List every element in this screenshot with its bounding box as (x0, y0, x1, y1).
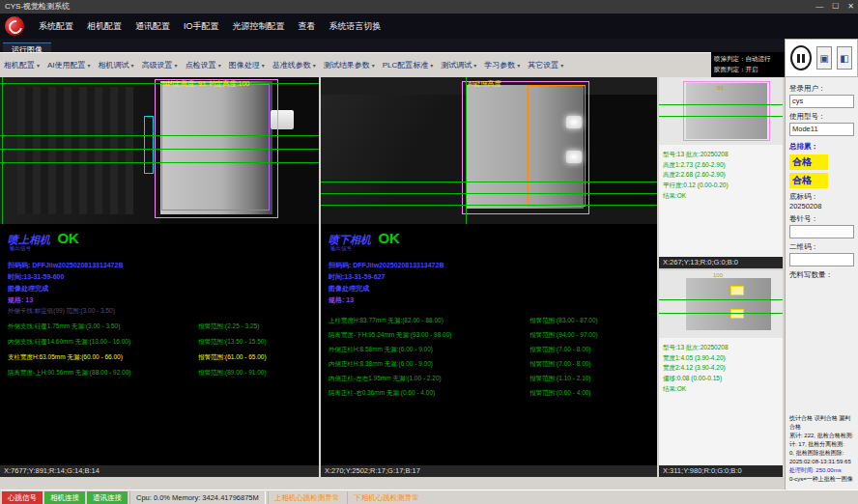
menubar: 系统配置 相机配置 通讯配置 IO手配置 光源控制配置 查看 系统语言切换 (0, 14, 858, 39)
toolbar-test-debug[interactable]: 测试调试▾ (437, 60, 480, 70)
shell-count-label: 壳料写数量： (789, 270, 854, 280)
user-value: cys (789, 95, 854, 108)
measurement-rows: 上柱宽度H:83.77mm 无漏:(82.00 - 88.00) 报警范围:(8… (329, 317, 653, 398)
qrcode-value[interactable] (789, 253, 854, 266)
menu-camera-config[interactable]: 相机配置 (80, 20, 129, 33)
batch-code-value: 20250208 (789, 202, 854, 210)
tab-bar: 运行图像 (0, 39, 785, 52)
camera-connection-status: 相机连接 (44, 491, 85, 504)
measurement-row: 隔离宽度-下H:95.24mm 无漏:(93.00 - 98.00) 报警范围:… (329, 331, 653, 340)
measure-line-green (0, 149, 319, 150)
menu-view[interactable]: 查看 (292, 20, 323, 33)
app-logo-icon (5, 16, 24, 36)
stats-header: 统计合格 误判合格 漏判合格 (789, 414, 855, 432)
toolbar-advanced-settings[interactable]: 高级设置▾ (138, 60, 182, 70)
camera-name: 喷上相机 (8, 234, 50, 245)
spec-text: 规格: 13 (8, 295, 33, 305)
result-badge: 合格 (789, 173, 828, 188)
measurement-row: 外侧正柱H:8.58mm 无漏:(6.00 - 9.00) 报警范围:(7.00… (329, 346, 653, 354)
comm-connection-status: 通讯连接 (87, 491, 128, 504)
process-status: 图像处理完成 (8, 284, 48, 294)
measurement-rows: 外侧支线:硅覆1.75mm 无漏:(3.00 - 3.50) 报警范围:(2.2… (8, 322, 315, 378)
measure-line-green (659, 313, 783, 314)
close-button[interactable]: ✕ (847, 0, 854, 14)
menu-light-config[interactable]: 光源控制配置 (226, 20, 292, 33)
judge-strip: 喷涂判定：自动运行 胶面判定：开启 (711, 52, 785, 77)
measure-line-green (0, 135, 319, 136)
chevron-down-icon: ▾ (473, 62, 476, 69)
preview-panel-bottom[interactable]: 100 型号:13 批次:20250208 宽度1:4.05 (3.90-4.2… (659, 270, 783, 465)
result-note: 输出信号 (330, 245, 352, 252)
menu-system-config[interactable]: 系统配置 (32, 20, 80, 33)
gear-icon: ◧ (840, 53, 848, 64)
maximize-button[interactable]: ☐ (832, 0, 839, 14)
measurement-row: 隔离正柱-右0.36mm 无漏:(0.60 - 4.00) 报警范围:(0.60… (329, 389, 653, 398)
camera-name: 喷下相机 (329, 234, 371, 245)
preview-text: 型号:13 批次:20250208 高度1:2.73 (2.60-2.90) 高… (663, 150, 729, 202)
pixel-coords-preview-bottom: X:311;Y:980;R:0;G:0;B:0 (659, 465, 783, 477)
preview-image-bottom: 100 (659, 270, 783, 338)
toolbar-other-settings[interactable]: 其它设置▾ (524, 60, 567, 70)
measurement-row: 内侧正柱-左右1.95mm 无漏:(1.00 - 2.20) 报警范围:(1.1… (329, 375, 653, 383)
preview-panel-top[interactable]: 93 型号:13 批次:20250208 高度1:2.73 (2.60-2.90… (659, 77, 783, 257)
needle-label: 卷针号： (789, 214, 854, 224)
result-badge: 合格 (789, 154, 828, 170)
overlay-rect-violet (161, 84, 270, 210)
toolbar-plc-config[interactable]: PLC配置标准▾ (379, 60, 438, 70)
chevron-down-icon: ▾ (430, 62, 433, 69)
overlay-rect-pink (683, 81, 770, 141)
info-sidebar: 登录用户： cys 使用型号： Mode11 总排累： 合格 合格 底标码： 2… (785, 77, 858, 490)
machine-detail (17, 87, 133, 214)
snapshot-icon: ▣ (819, 53, 828, 64)
pixel-coords-lower: X:270;Y:2502;R:17;G:17;B:17 (321, 465, 657, 477)
menu-comm-config[interactable]: 通讯配置 (129, 20, 177, 33)
menu-io-config[interactable]: IO手配置 (177, 20, 226, 33)
measurement-row: 上柱宽度H:83.77mm 无漏:(82.00 - 88.00) 报警范围:(8… (329, 317, 653, 325)
toolbar-ai-config[interactable]: AI使用配置▾ (43, 60, 95, 70)
measure-line-green-vertical (466, 77, 467, 224)
batch-code-label: 底标码： (789, 192, 854, 202)
snapshot-button[interactable]: ▣ (816, 46, 832, 70)
chevron-down-icon: ▾ (313, 62, 316, 69)
measurement-row: 外侧支线:硅覆1.75mm 无漏:(3.00 - 3.50) 报警范围:(2.2… (8, 322, 315, 331)
chevron-down-icon: ▾ (372, 62, 375, 69)
upper-camera-image[interactable]: N约定高度: 93. 约定高度:100 (0, 77, 319, 224)
chevron-down-icon: ▾ (517, 62, 520, 69)
chevron-down-icon: ▾ (560, 62, 563, 69)
model-label: 使用型号： (789, 112, 854, 122)
qrcode-label: 二维码： (789, 242, 854, 252)
toolbar-learn-params[interactable]: 学习参数▾ (480, 60, 524, 70)
settings-button[interactable]: ◧ (837, 46, 852, 70)
preview-image-top: 93 (659, 77, 783, 145)
highlight-blob (566, 116, 582, 128)
overlay-height-label: N约定高度: 93. 约定高度:100 (162, 79, 249, 89)
measurement-row: 内侧正柱H:8.38mm 无漏:(6.00 - 9.00) 报警范围:(7.00… (329, 360, 653, 369)
window-title: CYS-视觉检测系统 (5, 2, 70, 11)
chevron-down-icon: ▾ (218, 62, 221, 69)
pause-icon (802, 54, 805, 63)
measure-line-green (659, 104, 783, 105)
toolbar-spot-check[interactable]: 点检设置▾ (182, 60, 225, 70)
toolbar-baseline-params[interactable]: 基准线参数▾ (269, 60, 320, 70)
pause-button[interactable] (790, 45, 812, 70)
menu-language-switch[interactable]: 系统语言切换 (323, 20, 388, 33)
measure-line-green (321, 182, 657, 182)
preview-tag: 93 (717, 85, 724, 91)
minimize-button[interactable]: — (815, 0, 823, 14)
cpu-memory-status: Cpu: 0.0% Memory: 3424.41796875M (129, 491, 266, 504)
toolbar-test-result-params[interactable]: 测试结果参数▾ (320, 60, 379, 70)
needle-value[interactable] (789, 225, 854, 238)
measurement-row-warning: 支柱宽度H:63.05mm 无漏:(60.00 - 66.00) 报警范围:(6… (8, 353, 315, 362)
toolbar-image-process[interactable]: 图像处理▾ (225, 60, 269, 70)
measure-line-green (321, 205, 657, 206)
preview-text: 型号:13 批次:20250208 宽度1:4.05 (3.90-4.20) 宽… (663, 343, 729, 395)
toolbar-camera-debug[interactable]: 相机调试▾ (95, 60, 138, 70)
measure-line-green (0, 162, 319, 163)
toolbar-camera-config[interactable]: 相机配置▾ (0, 60, 43, 70)
reference-line-text: 外侧卡线:标定值(99) 范围:(3.00 - 3.50) (8, 307, 115, 316)
pixel-coords-preview-top: X:267;Y:13;R:0;G:0;B:0 (659, 257, 783, 268)
lower-camera-image[interactable]: AI处理高度 (321, 77, 657, 224)
measure-line-green (321, 193, 657, 194)
time-text: 时间:13-31-59-600 (8, 272, 64, 282)
result-note: 输出信号 (10, 245, 31, 252)
